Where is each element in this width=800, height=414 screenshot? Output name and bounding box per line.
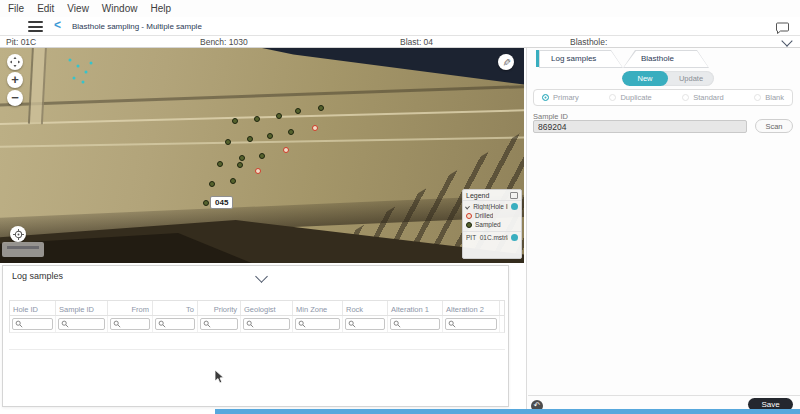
filter-input[interactable] [345,318,385,330]
filter-cell [198,316,241,332]
tab-log-samples[interactable]: Log samples [539,50,623,68]
legend-layer-row[interactable]: PIT_01C.mstrlay [463,232,521,241]
blasthole-marker[interactable] [82,81,85,84]
blasthole-marker[interactable] [247,136,253,142]
blasthole-marker[interactable] [232,118,238,124]
blasthole-marker[interactable] [295,108,301,114]
blasthole-marker[interactable] [85,71,88,74]
chevron-down-icon [465,204,470,209]
sample-type-option[interactable]: Primary [542,93,579,102]
sample-type-radio-group: Primary Duplicate Standard Blank [533,89,793,106]
blasthole-marker[interactable] [283,147,289,153]
filter-input[interactable] [200,318,238,330]
toggle-option[interactable]: New [622,71,668,86]
blasthole-marker[interactable] [237,162,243,168]
blasthole-marker[interactable] [230,178,236,184]
menu-item[interactable]: File [8,3,24,14]
filter-input[interactable] [445,318,497,330]
menu-item[interactable]: Help [150,3,171,14]
blasthole-marker[interactable] [276,113,282,119]
toggle-option[interactable]: Update [668,71,714,86]
zoom-extents-button[interactable] [7,54,23,70]
column-header[interactable]: Rock [343,301,388,315]
hamburger-menu-icon[interactable] [28,21,43,32]
blasthole-marker[interactable] [267,133,273,139]
sample-type-option[interactable]: Duplicate [609,93,651,102]
blasthole-marker[interactable] [225,139,231,145]
filter-input[interactable] [155,318,195,330]
column-header[interactable]: Min Zone [293,301,343,315]
filter-input[interactable] [295,318,340,330]
column-header[interactable]: Hole ID [10,301,56,315]
sample-id-input[interactable] [533,120,747,133]
blasthole-marker[interactable] [209,181,215,187]
samples-table: Hole IDSample IDFromToPriorityGeologistM… [9,300,505,333]
blasthole-marker[interactable] [73,77,76,80]
search-icon [246,320,254,328]
radio-label: Blank [765,93,784,102]
menu-item[interactable]: View [67,3,89,14]
new-update-toggle[interactable]: NewUpdate [622,71,714,86]
search-icon [448,320,456,328]
log-samples-panel: Log samples Hole IDSample IDFromToPriori… [2,265,509,407]
filter-cell [241,316,293,332]
gps-locate-button[interactable] [10,226,26,242]
filter-input[interactable] [58,318,105,330]
blasthole-marker[interactable] [239,155,245,161]
draw-pencil-button[interactable]: ✎ [498,54,514,70]
legend-toggle-icon[interactable] [511,203,518,210]
radio-icon [542,94,549,101]
blasthole-marker[interactable] [77,65,80,68]
blasthole-marker[interactable] [69,59,72,62]
map-view[interactable]: 045 + − ✎ Legend Right(Hole ID, 3) Drill… [0,48,524,263]
search-icon [61,320,69,328]
menu-bar: FileEditViewWindowHelp [0,0,800,17]
filter-input[interactable] [390,318,440,330]
collapse-chevron-icon[interactable] [255,270,268,283]
search-icon [113,320,121,328]
column-header[interactable]: Sample ID [56,301,108,315]
mouse-cursor [214,370,225,388]
legend-title: Legend [466,192,489,199]
blasthole-marker[interactable] [259,153,265,159]
column-header[interactable]: From [108,301,153,315]
radio-icon [754,94,761,101]
comment-icon[interactable] [776,20,789,32]
blasthole-dropdown-chevron-icon[interactable] [781,35,792,46]
zoom-in-button[interactable]: + [7,72,23,88]
radio-icon [682,94,689,101]
column-header[interactable]: Alteration 1 [388,301,443,315]
filter-input[interactable] [110,318,150,330]
back-icon[interactable]: < [54,18,61,32]
blasthole-marker[interactable] [203,200,209,206]
blasthole-marker[interactable] [217,161,223,167]
column-header[interactable]: Priority [198,301,241,315]
blasthole-label: Blasthole: [570,37,607,47]
sample-type-option[interactable]: Blank [754,93,784,102]
legend-toggle-icon[interactable] [511,234,518,241]
empty-row [9,341,505,350]
legend-collapse-icon[interactable] [510,192,518,199]
column-header[interactable]: To [153,301,198,315]
blasthole-marker[interactable] [312,125,318,131]
scan-button[interactable]: Scan [755,119,793,133]
menu-item[interactable]: Edit [37,3,54,14]
blasthole-marker[interactable] [254,116,260,122]
legend-item-sampled[interactable]: Sampled [463,219,521,228]
column-header[interactable]: Geologist [241,301,293,315]
tab-blasthole[interactable]: Blasthole [623,50,709,68]
zoom-out-button[interactable]: − [7,90,23,106]
blasthole-marker[interactable] [288,129,294,135]
column-header[interactable]: Alteration 2 [443,301,500,315]
blasthole-marker[interactable] [90,62,93,65]
legend-group-row[interactable]: Right(Hole ID, 3) [463,201,521,210]
search-icon [393,320,401,328]
filter-input[interactable] [243,318,290,330]
legend-item-drilled[interactable]: Drilled [463,210,521,219]
blasthole-marker[interactable] [318,105,324,111]
map-scale-box [2,242,44,257]
menu-item[interactable]: Window [102,3,138,14]
filter-input[interactable] [12,318,53,330]
sample-type-option[interactable]: Standard [682,93,723,102]
blasthole-marker[interactable] [255,168,261,174]
